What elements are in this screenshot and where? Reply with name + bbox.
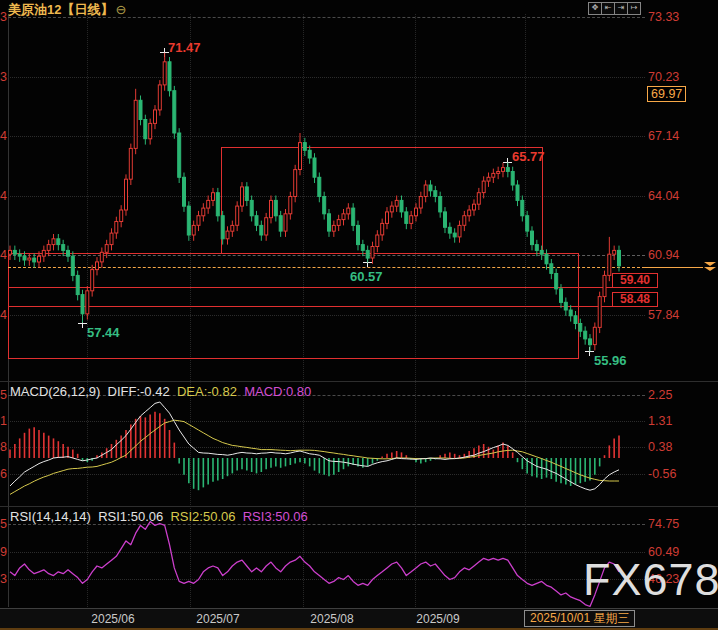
chart-canvas[interactable] [0,0,718,630]
trading-chart-window: 59.40 58.48 69.97 美原油12【日线】⊖ ✥ ⇤ ⇥ ↦ 73.… [0,0,718,630]
fx678-watermark: FX678 [583,554,718,606]
